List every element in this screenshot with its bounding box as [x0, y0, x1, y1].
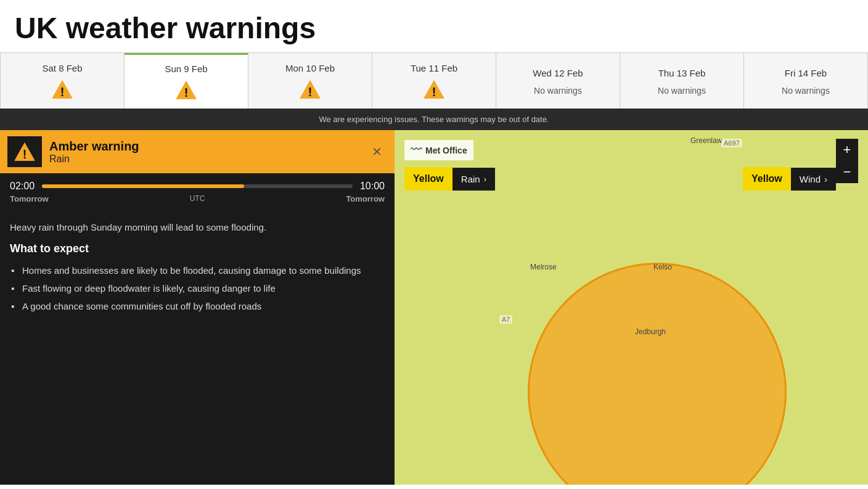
list-item: A good chance some communities cut off b…	[10, 297, 385, 315]
svg-text:!: !	[432, 84, 436, 98]
yellow-rain-tag: Yellow Rain ›	[404, 167, 495, 191]
day-end: Tomorrow	[346, 194, 385, 203]
warning-icon-sat8: !	[51, 78, 73, 101]
rain-label: Rain	[461, 174, 480, 184]
warning-icon-sun9: !	[175, 79, 197, 101]
road-a697: A697	[721, 139, 742, 147]
progress-bar-container	[42, 184, 353, 188]
wind-label: Wind	[800, 174, 821, 184]
amber-header: ! Amber warning Rain ✕	[0, 130, 395, 173]
progress-bar-fill	[42, 184, 244, 188]
what-to-expect-section: What to expect Homes and businesses are …	[0, 242, 395, 323]
list-item: Homes and businesses are likely to be fl…	[10, 261, 385, 279]
road-a7: A7	[499, 315, 512, 324]
tab-thu13[interactable]: Thu 13 Feb No warnings	[620, 53, 744, 109]
close-button[interactable]: ✕	[367, 142, 387, 162]
amber-warning-type: Rain	[49, 154, 367, 165]
svg-text:!: !	[184, 86, 189, 99]
page-title: UK weather warnings	[0, 0, 868, 52]
amber-warning-icon: !	[14, 141, 36, 162]
tab-sun9[interactable]: Sun 9 Feb !	[125, 53, 248, 109]
wind-tag[interactable]: Wind ›	[791, 168, 836, 191]
chevron-right-wind-icon: ›	[824, 174, 827, 184]
svg-text:!: !	[23, 147, 27, 161]
met-office-logo: 〰 Met Office	[404, 140, 473, 160]
main-content: ! Amber warning Rain ✕ 02:00 10:00 Tomor…	[0, 130, 868, 485]
notification-bar: We are experiencing issues. These warnin…	[0, 109, 868, 130]
yellow-label: Yellow	[404, 167, 452, 191]
met-office-label: Met Office	[425, 146, 467, 155]
warning-icon-mon10: !	[299, 78, 321, 101]
chevron-right-icon: ›	[484, 175, 486, 184]
tab-mon10[interactable]: Mon 10 Feb !	[248, 53, 372, 109]
time-end: 10:00	[360, 181, 385, 192]
amber-icon-box: !	[7, 136, 42, 167]
map-area: 〰 Met Office Yellow Rain › Yellow Wind ›	[395, 130, 868, 485]
tab-wed12[interactable]: Wed 12 Feb No warnings	[496, 53, 620, 109]
yellow-wind-label: Yellow	[743, 167, 791, 191]
amber-warning-level: Amber warning	[49, 139, 367, 154]
svg-text:!: !	[308, 84, 313, 98]
warning-description: Heavy rain through Sunday morning will l…	[0, 208, 395, 242]
utc-label: UTC	[190, 194, 205, 203]
list-item: Fast flowing or deep floodwater is likel…	[10, 279, 385, 297]
date-tabs: Sat 8 Feb ! Sun 9 Feb ! Mon 10 Feb ! Tue…	[0, 52, 868, 109]
map-zoom-controls: + −	[836, 139, 858, 183]
zoom-out-button[interactable]: −	[836, 161, 858, 183]
met-office-waves-icon: 〰	[411, 144, 422, 157]
tab-fri14[interactable]: Fri 14 Feb No warnings	[744, 53, 867, 109]
time-start: 02:00	[10, 181, 35, 192]
map-panel: 〰 Met Office Yellow Rain › Yellow Wind ›	[395, 130, 868, 485]
warning-icon-tue11: !	[423, 78, 445, 101]
warning-detail-panel: ! Amber warning Rain ✕ 02:00 10:00 Tomor…	[0, 130, 395, 485]
day-start: Tomorrow	[10, 194, 49, 203]
yellow-wind-tag: Yellow Wind ›	[743, 167, 836, 191]
svg-text:!: !	[60, 84, 65, 98]
tab-sat8[interactable]: Sat 8 Feb !	[1, 53, 125, 109]
zoom-in-button[interactable]: +	[836, 139, 858, 161]
what-to-expect-title: What to expect	[10, 242, 385, 255]
bullet-list: Homes and businesses are likely to be fl…	[10, 261, 385, 315]
amber-text-box: Amber warning Rain	[49, 139, 367, 165]
time-bar: 02:00 10:00 Tomorrow UTC Tomorrow	[0, 173, 395, 208]
tab-tue11[interactable]: Tue 11 Feb !	[372, 53, 496, 109]
rain-tag[interactable]: Rain ›	[452, 168, 495, 191]
